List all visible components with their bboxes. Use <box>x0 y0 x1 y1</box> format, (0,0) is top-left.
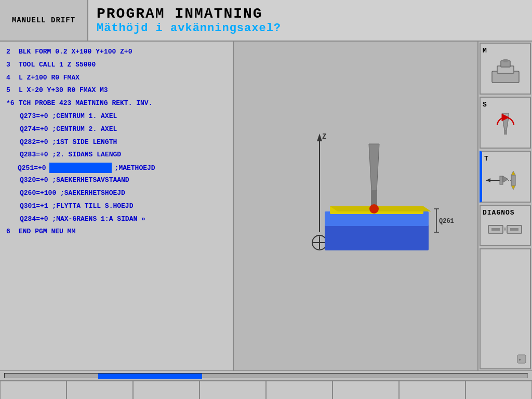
code-line-q320: Q320=+0 ;SAEKERHETSAVSTAAND <box>2 174 231 187</box>
m-button-icon <box>483 55 528 90</box>
svg-marker-30 <box>511 185 515 190</box>
svg-text:Q261: Q261 <box>439 218 454 225</box>
code-line-4: 4 L Z+100 R0 FMAX <box>2 72 231 85</box>
code-line-q282: Q282=+0 ;1ST SIDE LENGTH <box>2 136 231 149</box>
header-title-area: PROGRAM INMATNING Mäthöjd i avkänningsax… <box>88 0 532 41</box>
svg-rect-20 <box>503 59 508 62</box>
toolbar-btn-4[interactable] <box>200 381 266 399</box>
svg-marker-36 <box>504 227 506 232</box>
toolbar-btn-5[interactable] <box>266 381 332 399</box>
code-line-6: *6 TCH PROBE 423 MAETNING REKT. INV. <box>2 97 231 110</box>
toolbar-btn-3[interactable] <box>133 381 200 399</box>
toolbar-btn-1[interactable] <box>0 381 66 399</box>
s-mode-button[interactable]: S <box>480 97 531 149</box>
t-mode-button[interactable]: T <box>480 151 531 203</box>
code-line-q251-active[interactable]: Q251=+0 ;MAETHOEJD <box>2 162 231 174</box>
svg-marker-9 <box>330 206 431 211</box>
main-area: 2 BLK FORM 0.2 X+100 Y+100 Z+0 3 TOOL CA… <box>0 42 532 370</box>
t-button-icon <box>484 163 528 198</box>
svg-text:✦: ✦ <box>518 357 522 363</box>
diagnos-icon <box>483 217 528 242</box>
s-button-label: S <box>483 101 487 109</box>
svg-rect-6 <box>325 224 429 250</box>
toolbar-btn-8[interactable] <box>466 381 532 399</box>
svg-marker-10 <box>369 144 379 191</box>
svg-marker-29 <box>511 171 515 175</box>
svg-rect-28 <box>511 175 515 185</box>
svg-marker-22 <box>502 117 509 130</box>
cnc-diagram: Z Q261 <box>257 128 455 284</box>
code-line-end: 6 END PGM NEU MM <box>2 225 231 238</box>
toolbar-btn-2[interactable] <box>66 381 133 399</box>
svg-rect-33 <box>491 228 500 231</box>
right-panel: M S <box>477 42 532 370</box>
t-button-label: T <box>484 155 489 163</box>
svg-rect-11 <box>371 191 377 206</box>
svg-marker-25 <box>486 178 490 182</box>
program-title: PROGRAM INMATNING <box>97 6 524 22</box>
svg-rect-26 <box>500 176 503 184</box>
svg-marker-1 <box>317 134 322 141</box>
code-line-q273: Q273=+0 ;CENTRUM 1. AXEL <box>2 110 231 123</box>
toolbar-btn-6[interactable] <box>332 381 399 399</box>
empty-right-button: ✦ <box>480 248 531 369</box>
scroll-track[interactable] <box>4 373 528 378</box>
svg-rect-35 <box>510 228 518 231</box>
svg-text:Z: Z <box>322 132 326 141</box>
code-line-q260: Q260=+100 ;SAEKERHETSHOEJD <box>2 187 231 200</box>
diagnos-label: DIAGNOS <box>483 209 515 217</box>
m-mode-button[interactable]: M <box>480 43 531 95</box>
scroll-thumb[interactable] <box>98 374 202 379</box>
diagnos-button[interactable]: DIAGNOS <box>480 205 531 246</box>
svg-point-12 <box>369 204 379 214</box>
header-mode-label: MANUELL DRIFT <box>0 0 88 41</box>
small-corner-icon: ✦ <box>516 354 527 364</box>
code-line-q284: Q284=+0 ;MAX-GRAENS 1:A SIDAN » <box>2 213 231 226</box>
header: MANUELL DRIFT PROGRAM INMATNING Mäthöjd … <box>0 0 532 42</box>
bottom-toolbar <box>0 380 532 399</box>
horizontal-scrollbar[interactable] <box>0 370 532 380</box>
code-line-3: 3 TOOL CALL 1 Z S5000 <box>2 59 231 72</box>
code-line-q301: Q301=+1 ;FLYTTA TILL S.HOEJD <box>2 200 231 213</box>
visualization-panel: Z Q261 <box>234 42 477 370</box>
code-line-q274: Q274=+0 ;CENTRUM 2. AXEL <box>2 123 231 136</box>
code-line-q283: Q283=+0 ;2. SIDANS LAENGD <box>2 149 231 162</box>
s-button-icon <box>483 109 528 144</box>
svg-marker-27 <box>503 176 508 182</box>
q251-input[interactable] <box>49 163 112 173</box>
m-button-label: M <box>483 47 487 55</box>
code-listing-panel: 2 BLK FORM 0.2 X+100 Y+100 Z+0 3 TOOL CA… <box>0 42 234 370</box>
code-line-5: 5 L X-20 Y+30 R0 FMAX M3 <box>2 84 231 97</box>
toolbar-btn-7[interactable] <box>399 381 466 399</box>
code-line-2: 2 BLK FORM 0.2 X+100 Y+100 Z+0 <box>2 46 231 59</box>
svg-rect-23 <box>504 130 507 135</box>
program-subtitle: Mäthöjd i avkänningsaxel? <box>97 22 524 35</box>
